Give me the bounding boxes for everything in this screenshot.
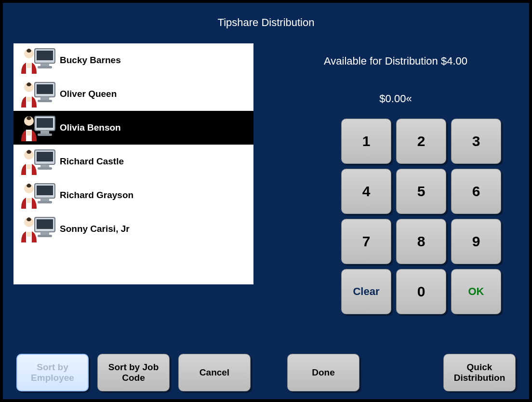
svg-rect-13 (27, 97, 31, 102)
employee-name: Richard Castle (60, 156, 124, 167)
employee-computer-icon (16, 181, 57, 210)
keypad-8[interactable]: 8 (396, 219, 446, 264)
employee-row[interactable]: Richard Grayson (13, 178, 253, 212)
svg-rect-1 (37, 51, 53, 60)
employee-row[interactable]: Richard Castle (13, 145, 253, 178)
svg-rect-2 (40, 63, 49, 66)
employee-computer-icon (16, 113, 57, 142)
svg-rect-8 (37, 84, 53, 94)
employee-name: Richard Grayson (60, 190, 133, 201)
spacer (368, 354, 435, 391)
svg-rect-17 (38, 134, 52, 136)
svg-rect-24 (38, 167, 52, 170)
keypad-ok[interactable]: OK (451, 269, 501, 314)
svg-rect-30 (40, 198, 49, 201)
employee-computer-icon (16, 214, 57, 243)
keypad-1[interactable]: 1 (341, 119, 391, 164)
employee-computer-icon (16, 147, 57, 176)
svg-rect-34 (27, 198, 31, 203)
employee-list: Bucky Barnes Oliver Queen Olivia Benson (13, 43, 253, 284)
employee-name: Sonny Carisi, Jr (60, 224, 130, 234)
amount-display: $0.00« (273, 93, 519, 105)
svg-rect-10 (38, 100, 52, 102)
svg-rect-20 (27, 131, 31, 135)
svg-rect-31 (38, 201, 52, 203)
svg-rect-37 (40, 232, 49, 235)
sort-by-employee-button[interactable]: Sort by Employee (16, 354, 89, 391)
employee-row[interactable]: Olivia Benson (13, 111, 253, 145)
svg-rect-15 (37, 118, 53, 128)
svg-rect-3 (38, 66, 52, 68)
keypad-6[interactable]: 6 (451, 169, 501, 214)
keypad-9[interactable]: 9 (451, 219, 501, 264)
keypad-5[interactable]: 5 (396, 169, 446, 214)
page-title: Tipshare Distribution (3, 3, 529, 29)
keypad-4[interactable]: 4 (341, 169, 391, 214)
svg-rect-41 (27, 232, 31, 237)
employee-row[interactable]: Oliver Queen (13, 77, 253, 111)
employee-name: Oliver Queen (60, 89, 117, 99)
svg-rect-6 (27, 63, 31, 68)
bottom-toolbar: Sort by Employee Sort by Job Code Cancel… (16, 354, 516, 391)
svg-rect-36 (37, 219, 53, 229)
employee-computer-icon (16, 80, 57, 108)
sort-by-jobcode-button[interactable]: Sort by Job Code (97, 354, 170, 391)
numeric-keypad: 1 2 3 4 5 6 7 8 9 Clear 0 OK (341, 119, 503, 314)
svg-rect-16 (40, 131, 49, 134)
done-button[interactable]: Done (287, 354, 359, 391)
svg-rect-29 (37, 186, 53, 195)
available-label: Available for Distribution $4.00 (273, 55, 519, 67)
svg-rect-27 (27, 164, 31, 169)
svg-rect-38 (38, 235, 52, 237)
screen: Tipshare Distribution Bucky Barnes Olive… (3, 3, 529, 399)
keypad-clear[interactable]: Clear (341, 269, 391, 314)
keypad-3[interactable]: 3 (451, 119, 501, 164)
keypad-2[interactable]: 2 (396, 119, 446, 164)
svg-rect-9 (40, 97, 49, 100)
employee-computer-icon (16, 46, 57, 75)
employee-name: Bucky Barnes (60, 55, 121, 66)
keypad-0[interactable]: 0 (396, 269, 446, 314)
employee-row[interactable]: Sonny Carisi, Jr (13, 212, 253, 246)
employee-name: Olivia Benson (60, 122, 121, 133)
svg-rect-22 (37, 152, 53, 161)
quick-distribution-button[interactable]: Quick Distribution (443, 354, 516, 391)
employee-row[interactable]: Bucky Barnes (13, 43, 253, 77)
svg-rect-23 (40, 164, 49, 167)
cancel-button[interactable]: Cancel (178, 354, 251, 391)
keypad-7[interactable]: 7 (341, 219, 391, 264)
spacer (259, 354, 279, 391)
